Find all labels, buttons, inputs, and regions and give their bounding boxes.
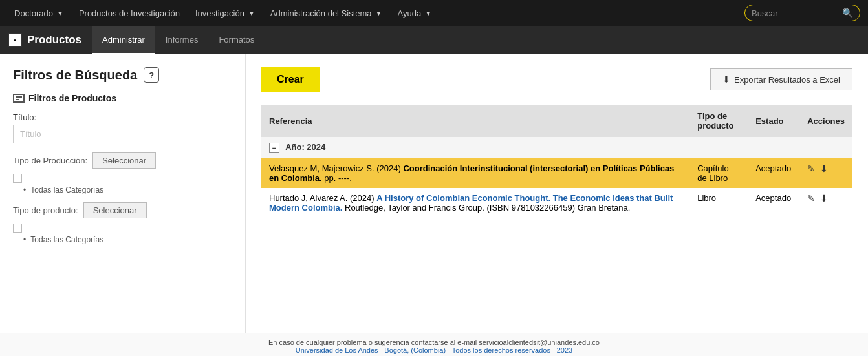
todas-categorias-2: • Todas las Categorías (13, 234, 232, 246)
tipo-producto-group: Tipo de producto: Seleccionar • Todas la… (13, 202, 232, 246)
title-label: Título: (13, 112, 232, 122)
title-filter-group: Título: (13, 112, 232, 152)
filter-products-icon (13, 94, 25, 103)
tab-administrar[interactable]: Administrar (92, 26, 155, 54)
download-icon-2[interactable]: ⬇ (820, 193, 828, 204)
tipo-producto-row: Tipo de producto: Seleccionar (13, 202, 232, 218)
brand-icon: ▪ (8, 33, 22, 47)
acciones-cell-2: ✎ ⬇ (799, 188, 852, 218)
top-nav: Doctorado ▼ Productos de Investigación I… (0, 0, 868, 26)
nav-productos-investigacion[interactable]: Productos de Investigación (72, 3, 186, 23)
svg-rect-1 (14, 95, 23, 101)
table-header: Referencia Tipo deproducto Estado Accion… (261, 105, 852, 137)
nav-investigacion[interactable]: Investigación ▼ (189, 3, 261, 23)
nav-doctorado[interactable]: Doctorado ▼ (8, 3, 70, 23)
expand-icon[interactable]: − (269, 143, 279, 153)
svg-rect-3 (16, 99, 19, 100)
search-button[interactable]: 🔍 (836, 5, 860, 21)
help-icon[interactable]: ? (144, 67, 159, 83)
filter-section-title: Filtros de Productos (13, 93, 232, 103)
ref-suffix-1: pp. ----. (322, 173, 352, 183)
sidebar-title: Filtros de Búsqueda ? (13, 67, 232, 83)
chevron-icon: ▼ (425, 10, 431, 17)
ref-suffix-2: Routledge, Taylor and Francis Group. (IS… (342, 203, 630, 213)
main-layout: Filtros de Búsqueda ? Filtros de Product… (0, 54, 868, 333)
tipo-produccion-label: Tipo de Producción: (13, 156, 87, 165)
footer-line1: En caso de cualquier problema o sugerenc… (0, 339, 868, 346)
nav-ayuda[interactable]: Ayuda ▼ (391, 3, 439, 23)
acciones-cell-1: ✎ ⬇ (799, 158, 852, 188)
checkbox-row-2 (13, 224, 232, 233)
ref-cell-2: Hurtado J, Alvarez A. (2024) A History o… (261, 188, 689, 218)
brand-title: Productos (27, 34, 81, 47)
table-row: Velasquez M, Majerowicz S. (2024) Coordi… (261, 158, 852, 188)
export-button[interactable]: ⬇ Exportar Resultados a Excel (710, 68, 852, 90)
tab-formatos[interactable]: Formatos (208, 26, 265, 54)
tipo-producto-select[interactable]: Seleccionar (83, 202, 147, 218)
ref-cell-1: Velasquez M, Majerowicz S. (2024) Coordi… (261, 158, 689, 188)
col-estado: Estado (748, 105, 799, 137)
col-referencia: Referencia (261, 105, 689, 137)
download-icon-1[interactable]: ⬇ (820, 163, 828, 174)
content-area: Crear ⬇ Exportar Resultados a Excel Refe… (246, 54, 868, 333)
tipo-cell-2: Libro (689, 188, 748, 218)
footer-link[interactable]: Universidad de Los Andes - Bogotá, (Colo… (296, 346, 572, 354)
tipo-producto-label: Tipo de producto: (13, 205, 78, 215)
footer: En caso de cualquier problema o sugerenc… (0, 333, 868, 356)
table-body: − Año: 2024 Velasquez M, Majerowicz S. (… (261, 137, 852, 218)
ref-plain-2: Hurtado J, Alvarez A. (2024) (269, 193, 376, 203)
estado-cell-2: Aceptado (748, 188, 799, 218)
search-box: 🔍 (744, 5, 860, 21)
second-nav: ▪ Productos Administrar Informes Formato… (0, 26, 868, 54)
download-icon: ⬇ (722, 74, 730, 85)
estado-cell-1: Aceptado (748, 158, 799, 188)
search-input[interactable] (745, 6, 836, 21)
nav-administracion[interactable]: Administración del Sistema ▼ (264, 3, 389, 23)
content-toolbar: Crear ⬇ Exportar Resultados a Excel (261, 67, 852, 92)
todas-categorias-checkbox-1[interactable] (13, 174, 22, 183)
chevron-icon: ▼ (376, 10, 382, 17)
ref-plain-1: Velasquez M, Majerowicz S. (2024) (269, 163, 403, 173)
todas-categorias-1: • Todas las Categorías (13, 184, 232, 196)
svg-rect-2 (16, 96, 22, 98)
tipo-produccion-select[interactable]: Seleccionar (92, 152, 156, 169)
title-input[interactable] (13, 125, 232, 143)
checkbox-row-1 (13, 174, 232, 183)
tab-informes[interactable]: Informes (155, 26, 209, 54)
table-row: Hurtado J, Alvarez A. (2024) A History o… (261, 188, 852, 218)
footer-line2: Universidad de Los Andes - Bogotá, (Colo… (0, 346, 868, 354)
col-tipo: Tipo deproducto (689, 105, 748, 137)
chevron-icon: ▼ (248, 10, 255, 17)
tipo-cell-1: Capítulo de Libro (689, 158, 748, 188)
sidebar: Filtros de Búsqueda ? Filtros de Product… (0, 54, 246, 333)
col-acciones: Acciones (799, 105, 852, 137)
year-group-row: − Año: 2024 (261, 137, 852, 158)
results-table: Referencia Tipo deproducto Estado Accion… (261, 105, 852, 218)
create-button[interactable]: Crear (261, 67, 320, 92)
edit-icon-1[interactable]: ✎ (807, 163, 815, 174)
tipo-produccion-row: Tipo de Producción: Seleccionar (13, 152, 232, 169)
todas-categorias-checkbox-2[interactable] (13, 224, 22, 233)
edit-icon-2[interactable]: ✎ (807, 193, 815, 204)
chevron-icon: ▼ (57, 10, 63, 17)
